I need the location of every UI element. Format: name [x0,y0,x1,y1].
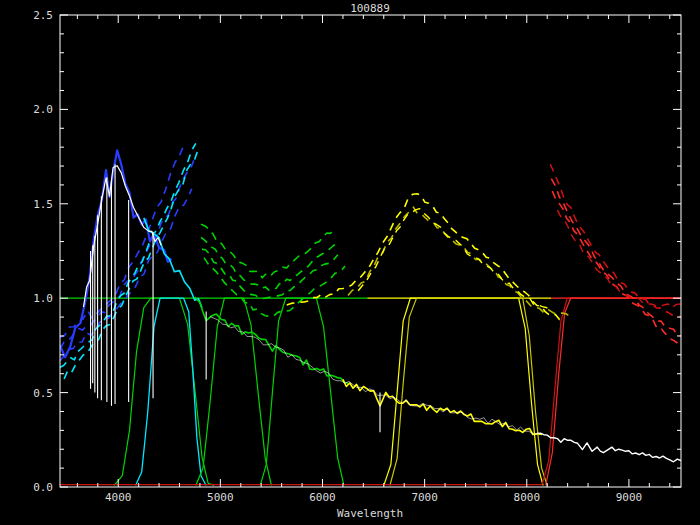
x-tick-label: 7000 [411,491,438,504]
series-filter-yellow-b [390,298,547,485]
series-spectrum-white-red-end [537,433,681,462]
series-response-red-4 [557,210,681,308]
chart-canvas: 4000500060007000800090000.00.51.01.52.02… [0,0,700,525]
x-tick-label: 5000 [207,491,234,504]
y-tick-label: 2.5 [33,9,53,22]
series-response-red-2 [552,191,681,347]
series-filter-yellow-a [384,298,543,485]
y-tick-label: 2.0 [33,103,53,116]
series-response-blue-3 [60,189,192,361]
y-tick-label: 1.5 [33,198,53,211]
y-tick-label: 0.0 [33,481,53,494]
series-response-yellow-2 [348,207,571,317]
series-response-yellow-3 [358,209,551,310]
x-axis-label: Wavelength [337,508,403,519]
series-response-red-1 [551,179,681,336]
spectrum-chart: 4000500060007000800090000.00.51.01.52.02… [0,0,700,525]
series-response-green-4 [204,258,345,317]
chart-title: 100889 [350,3,390,14]
series-filter-green-a [196,298,272,485]
series-filter-green-b [260,298,344,485]
series-response-red-3 [550,164,681,317]
x-tick-label: 6000 [309,491,336,504]
y-tick-label: 1.0 [33,292,53,305]
x-tick-label: 9000 [616,491,643,504]
series-response-cyan-1 [60,143,196,367]
y-tick-label: 0.5 [33,387,53,400]
series-spectrum-white-core-mid [210,317,537,435]
series-response-yellow-1 [287,194,564,321]
x-tick-label: 4000 [105,491,132,504]
x-tick-label: 8000 [514,491,541,504]
